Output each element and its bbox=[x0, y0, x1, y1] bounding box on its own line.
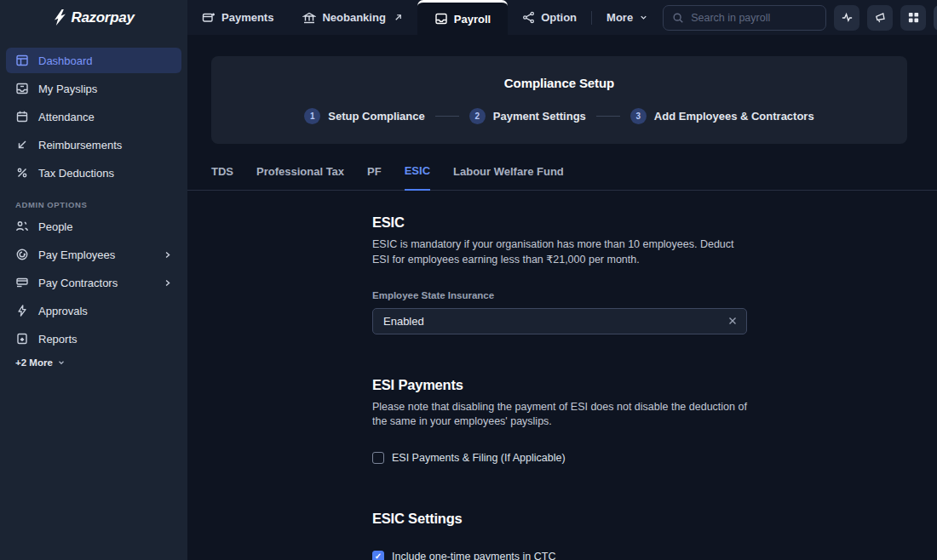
nav-item-label: Neobanking bbox=[322, 11, 385, 24]
payments-icon bbox=[202, 11, 216, 25]
esi-payments-filing-checkbox-label: ESI Payments & Filing (If Applicable) bbox=[392, 452, 566, 464]
bank-icon bbox=[302, 11, 316, 25]
search-icon bbox=[672, 12, 684, 24]
dashboard-icon bbox=[15, 54, 29, 67]
sidebar-item-label: People bbox=[38, 220, 72, 233]
sidebar-item-label: My Payslips bbox=[38, 83, 97, 95]
compliance-tabs: TDS Professional Tax PF ESIC Labour Welf… bbox=[187, 164, 937, 191]
search-input[interactable] bbox=[691, 12, 810, 24]
sidebar-more-button[interactable]: +2 More bbox=[15, 357, 172, 368]
activity-button[interactable] bbox=[834, 5, 859, 31]
sidebar-item-people[interactable]: People bbox=[6, 214, 181, 239]
esi-payments-filing-checkbox[interactable]: ✓ bbox=[372, 452, 384, 464]
sidebar-section-admin-options: ADMIN OPTIONS bbox=[15, 200, 172, 209]
megaphone-icon bbox=[874, 11, 887, 24]
sidebar-item-label: Dashboard bbox=[38, 54, 93, 67]
sidebar-item-dashboard[interactable]: Dashboard bbox=[6, 48, 181, 73]
step-add-employees-contractors[interactable]: 3 Add Employees & Contractors bbox=[630, 108, 814, 124]
esi-payments-filing-checkbox-row[interactable]: ✓ ESI Payments & Filing (If Applicable) bbox=[372, 452, 747, 464]
sidebar-item-label: Reports bbox=[38, 333, 78, 346]
apps-button[interactable] bbox=[900, 5, 926, 31]
share-icon bbox=[522, 11, 535, 24]
esi-payments-section-title: ESI Payments bbox=[372, 377, 747, 393]
step-label: Setup Compliance bbox=[328, 110, 424, 123]
user-avatar[interactable]: RK bbox=[934, 5, 937, 31]
sidebar-more-label: +2 More bbox=[15, 357, 53, 368]
sidebar-item-pay-employees[interactable]: Pay Employees bbox=[6, 242, 181, 267]
tab-esic[interactable]: ESIC bbox=[405, 164, 430, 191]
sidebar-item-label: Attendance bbox=[38, 111, 95, 123]
include-one-time-payments-checkbox-label: Include one-time payments in CTC bbox=[392, 551, 555, 560]
nav-item-label: More bbox=[606, 11, 633, 24]
employee-state-insurance-label: Employee State Insurance bbox=[372, 290, 747, 300]
step-connector bbox=[435, 116, 459, 117]
compliance-setup-card: Compliance Setup 1 Setup Compliance 2 Pa… bbox=[211, 56, 907, 144]
sidebar-item-my-payslips[interactable]: My Payslips bbox=[6, 76, 181, 101]
sidebar-item-reimbursements[interactable]: Reimbursements bbox=[6, 132, 181, 157]
chevron-down-icon bbox=[639, 13, 648, 22]
sidebar-item-tax-deductions[interactable]: Tax Deductions bbox=[6, 160, 181, 186]
sidebar: Dashboard My Payslips Attendance bbox=[0, 35, 187, 560]
arrow-down-left-icon bbox=[15, 138, 29, 151]
main-content: Compliance Setup 1 Setup Compliance 2 Pa… bbox=[187, 35, 937, 560]
sidebar-item-approvals[interactable]: Approvals bbox=[6, 298, 181, 323]
people-icon bbox=[15, 220, 29, 233]
compliance-setup-title: Compliance Setup bbox=[504, 76, 614, 90]
tab-tds[interactable]: TDS bbox=[211, 165, 233, 190]
sidebar-item-label: Pay Employees bbox=[38, 249, 115, 261]
nav-item-more[interactable]: More bbox=[592, 0, 663, 35]
tab-professional-tax[interactable]: Professional Tax bbox=[256, 165, 344, 190]
clear-field-icon[interactable] bbox=[727, 315, 739, 327]
report-icon bbox=[15, 332, 29, 346]
card-icon bbox=[15, 276, 29, 289]
esic-tab-panel: ESIC ESIC is mandatory if your organisat… bbox=[372, 214, 747, 560]
esi-payments-section-description: Please note that disabling the payment o… bbox=[372, 400, 747, 431]
lightning-icon bbox=[15, 304, 29, 317]
step-number-badge: 2 bbox=[469, 108, 486, 124]
esic-settings-section-title: ESIC Settings bbox=[372, 511, 747, 527]
announcements-button[interactable] bbox=[867, 5, 893, 31]
nav-item-payments[interactable]: Payments bbox=[187, 0, 288, 35]
razorpay-logo[interactable]: Razorpay bbox=[0, 0, 187, 35]
nav-items: Payments Neobanking Payroll bbox=[187, 0, 663, 35]
step-setup-compliance[interactable]: 1 Setup Compliance bbox=[304, 108, 424, 124]
step-connector bbox=[596, 116, 620, 117]
top-navigation: Razorpay Payments Neobanking bbox=[0, 0, 937, 35]
activity-icon bbox=[841, 11, 854, 24]
step-number-badge: 1 bbox=[304, 108, 320, 124]
payslip-icon bbox=[15, 82, 29, 95]
sidebar-item-label: Pay Contractors bbox=[38, 277, 118, 289]
razorpay-logo-icon bbox=[53, 9, 66, 26]
step-payment-settings[interactable]: 2 Payment Settings bbox=[469, 108, 586, 124]
include-one-time-payments-checkbox[interactable]: ✓ bbox=[372, 551, 384, 560]
payroll-icon bbox=[434, 12, 448, 26]
step-label: Payment Settings bbox=[493, 110, 586, 123]
chevron-right-icon bbox=[163, 250, 172, 260]
esic-section-title: ESIC bbox=[372, 214, 747, 231]
employee-state-insurance-field bbox=[372, 308, 747, 334]
sidebar-item-reports[interactable]: Reports bbox=[6, 326, 181, 351]
chevron-right-icon bbox=[163, 278, 172, 288]
search-box[interactable] bbox=[663, 5, 826, 31]
brand-name: Razorpay bbox=[71, 9, 134, 26]
sidebar-item-attendance[interactable]: Attendance bbox=[6, 104, 181, 129]
sidebar-item-label: Approvals bbox=[38, 305, 88, 317]
chevron-down-icon bbox=[57, 358, 66, 367]
employee-state-insurance-input[interactable] bbox=[372, 308, 747, 334]
step-label: Add Employees & Contractors bbox=[654, 110, 814, 123]
tab-labour-welfare-fund[interactable]: Labour Welfare Fund bbox=[453, 165, 564, 190]
nav-item-label: Payroll bbox=[454, 13, 491, 26]
nav-item-payroll[interactable]: Payroll bbox=[417, 0, 508, 35]
coin-icon bbox=[15, 248, 29, 261]
nav-right-actions: RK bbox=[663, 0, 937, 35]
nav-item-neobanking[interactable]: Neobanking bbox=[288, 0, 417, 35]
nav-item-option[interactable]: Option bbox=[508, 0, 591, 35]
calendar-icon bbox=[15, 110, 29, 123]
apps-grid-icon bbox=[907, 11, 920, 24]
sidebar-item-label: Tax Deductions bbox=[38, 167, 114, 180]
sidebar-item-pay-contractors[interactable]: Pay Contractors bbox=[6, 270, 181, 295]
tab-pf[interactable]: PF bbox=[367, 165, 382, 190]
percent-icon bbox=[15, 166, 29, 180]
compliance-steps: 1 Setup Compliance 2 Payment Settings 3 … bbox=[304, 108, 813, 124]
include-one-time-payments-checkbox-row[interactable]: ✓ Include one-time payments in CTC bbox=[372, 551, 747, 560]
